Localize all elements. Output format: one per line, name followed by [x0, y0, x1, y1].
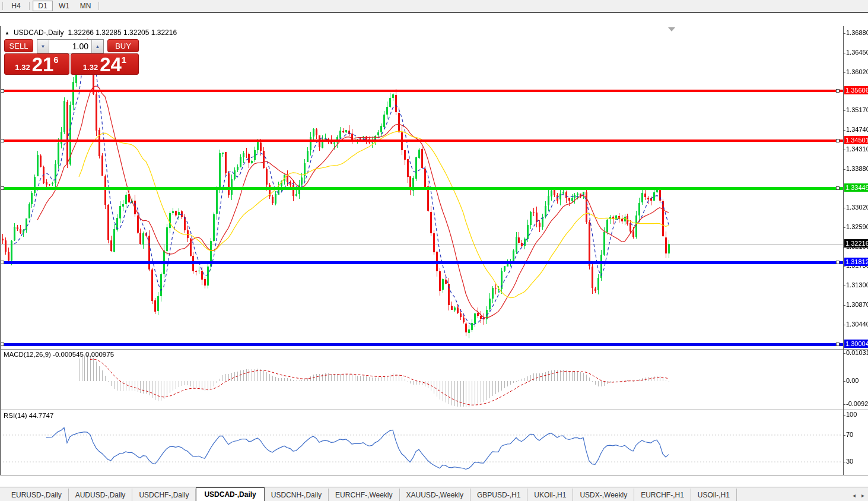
chart-subwindow: ▲ USDCAD-,Daily 1.32266 1.32285 1.32205 …: [0, 13, 868, 475]
price-tick-label: 1.36880: [846, 29, 868, 36]
level-price-label: 1.31812: [844, 258, 868, 266]
price-tick-label: 1.36020: [846, 68, 868, 75]
tab-scroll-left-icon[interactable]: ◂: [853, 492, 856, 499]
chart-tab-usoil[interactable]: USOil-,H1: [691, 489, 737, 501]
window-left-border: [0, 26, 1, 488]
chart-tab-usdx[interactable]: USDX-,Weekly: [573, 489, 634, 501]
macd-tick-label: -0.009203: [846, 400, 868, 407]
rsi-indicator-label: RSI(14) 44.7747: [4, 412, 53, 419]
sell-price-big: 21: [32, 55, 54, 74]
chart-ohlc-values: 1.32266 1.32285 1.32205 1.32216: [68, 28, 177, 37]
timeframe-button-w1[interactable]: W1: [54, 1, 74, 11]
current-price-label: 1.32216: [844, 239, 868, 248]
volume-input[interactable]: [49, 40, 91, 53]
level-price-label: 1.35606: [844, 86, 868, 94]
price-tick-label: 1.36450: [846, 49, 868, 56]
level-price-label: 1.34501: [844, 136, 868, 144]
price-tick-label: 1.32590: [846, 223, 868, 230]
price-tick-label: 1.30440: [846, 321, 868, 328]
rsi-tick-label: 70: [846, 431, 853, 438]
price-tick-label: 1.34310: [846, 145, 868, 153]
timeframe-button-d1[interactable]: D1: [33, 1, 53, 11]
macd-tick-label: 0.010311: [846, 349, 868, 356]
chart-tab-eurchf[interactable]: EURCHF-,H1: [634, 489, 691, 501]
chart-tab-usdcad[interactable]: USDCAD-,Daily: [196, 487, 264, 501]
price-chart-canvas[interactable]: [0, 26, 868, 488]
sell-button[interactable]: SELL: [4, 39, 33, 52]
chart-tab-bar: EURUSD-,DailyAUDUSD-,DailyUSDCHF-,DailyU…: [0, 487, 868, 501]
chart-tab-eurchf[interactable]: EURCHF-,Weekly: [329, 489, 399, 501]
volume-stepper: ▼ ▲: [37, 39, 104, 53]
chart-tab-usdcnh[interactable]: USDCNH-,Daily: [265, 489, 329, 501]
level-price-label: 1.30004: [844, 340, 868, 348]
buy-price-pip: 1: [122, 55, 126, 65]
chart-tab-usdchf[interactable]: USDCHF-,Daily: [132, 489, 196, 501]
volume-increase-button[interactable]: ▲: [91, 40, 103, 53]
mt4-application-window: H4D1W1MN ▲ USDCAD-,Daily 1.32266 1.32285…: [0, 0, 868, 501]
chart-tab-xauusd[interactable]: XAUUSD-,Weekly: [400, 489, 470, 501]
macd-tick-label: 0.00: [846, 377, 859, 384]
price-tick-label: 1.33880: [846, 165, 868, 172]
chart-tab-gbpusd[interactable]: GBPUSD-,H1: [470, 489, 527, 501]
collapse-triangle-icon[interactable]: ▲: [5, 30, 9, 36]
sell-price-display[interactable]: 1.32 21 6: [4, 53, 69, 75]
price-tick-label: 1.33020: [846, 204, 868, 211]
macd-indicator-label: MACD(12,26,9) -0.000545 0.000975: [4, 351, 114, 358]
timeframe-button-mn[interactable]: MN: [75, 1, 96, 11]
tab-scroll-right-icon[interactable]: ▸: [861, 492, 864, 499]
chart-tab-audusd[interactable]: AUDUSD-,Daily: [69, 489, 133, 501]
buy-price-small: 1.32: [83, 63, 98, 72]
timeframe-toolbar: H4D1W1MN: [0, 0, 868, 13]
rsi-tick-label: 100: [846, 411, 857, 418]
price-tick-label: 1.31300: [846, 281, 868, 288]
tab-scroll-arrows: ◂ ▸: [853, 492, 864, 501]
buy-button[interactable]: BUY: [107, 39, 139, 52]
volume-decrease-button[interactable]: ▼: [37, 40, 49, 53]
buy-price-display[interactable]: 1.32 24 1: [71, 53, 139, 75]
buy-price-big: 24: [100, 55, 122, 74]
chart-tab-eurusd[interactable]: EURUSD-,Daily: [5, 489, 69, 501]
chart-symbol-label: USDCAD-,Daily: [14, 28, 64, 37]
price-tick-label: 1.34740: [846, 126, 868, 133]
price-tick-label: 1.30870: [846, 301, 868, 308]
sell-price-small: 1.32: [15, 63, 30, 72]
price-tick-label: 1.35170: [846, 106, 868, 113]
one-click-trading-panel: SELL ▼ ▲ BUY 1.32 21 6 1.32 24 1: [4, 39, 139, 75]
rsi-tick-label: 30: [846, 458, 853, 465]
sell-price-pip: 6: [53, 55, 58, 65]
date-axis-strip: [0, 475, 868, 487]
timeframe-button-h4[interactable]: H4: [6, 1, 26, 11]
chart-title: ▲ USDCAD-,Daily 1.32266 1.32285 1.32205 …: [5, 28, 177, 37]
chart-tab-ukoil[interactable]: UKOil-,H1: [527, 489, 573, 501]
level-price-label: 1.33449: [844, 183, 868, 192]
